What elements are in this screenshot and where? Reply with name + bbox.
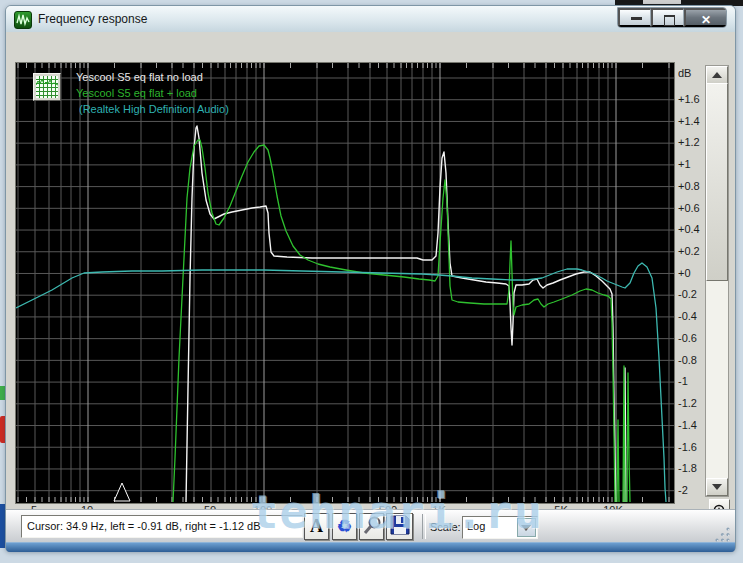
app-icon [14, 11, 32, 29]
legend-item: Yescool S5 eq flat + load [76, 85, 229, 101]
y-tick-label: -2 [678, 484, 688, 496]
up-arrow-icon [712, 72, 722, 78]
scale-combobox[interactable]: Log [462, 516, 538, 539]
combobox-drop-button[interactable] [517, 518, 536, 537]
cursor-readout: Cursor: 34.9 Hz, left = -0.91 dB, right … [21, 515, 303, 538]
scroll-down-button[interactable] [706, 478, 728, 496]
y-tick-label: -0.8 [678, 354, 697, 366]
font-button[interactable]: A [304, 513, 329, 540]
y-tick-label: +0.4 [678, 223, 700, 235]
resize-grip[interactable] [714, 525, 732, 543]
plot-legend: Yescool S5 eq flat no loadYescool S5 eq … [76, 69, 229, 117]
vertical-scroll-thumb[interactable] [706, 83, 728, 281]
magnifier-button[interactable] [359, 513, 384, 540]
y-tick-label: +0.8 [678, 180, 700, 192]
scroll-up-button[interactable] [706, 66, 728, 84]
magnifier-icon [361, 514, 383, 538]
y-tick-label: -1.8 [678, 462, 697, 474]
caption-buttons: ✕ [617, 7, 727, 28]
y-axis-labels: dB+1.6+1.4+1.2+1+0.8+0.6+0.4+0.2+0-0.2-0… [676, 62, 708, 524]
save-button[interactable] [386, 513, 413, 540]
spectrum-thumbnail-icon [36, 76, 58, 98]
refresh-button[interactable]: ♻ [332, 513, 357, 540]
maximize-icon [664, 15, 675, 26]
minimize-button[interactable] [618, 8, 651, 27]
dialog-panel: Yescool S5 eq flat no loadYescool S5 eq … [6, 32, 735, 509]
scale-value: Log [467, 520, 485, 532]
close-button[interactable]: ✕ [684, 8, 726, 27]
y-tick-label: -1 [678, 375, 688, 387]
window-bottom-frame [6, 542, 735, 552]
y-tick-label: -1.6 [678, 441, 697, 453]
frequency-response-window: Frequency response ✕ Yescool S5 eq flat … [5, 5, 736, 552]
minimize-icon [631, 17, 642, 20]
y-tick-label: -0.4 [678, 310, 697, 322]
legend-item: (Realtek High Definition Audio) [76, 101, 229, 117]
y-tick-label: -0.2 [678, 288, 697, 300]
y-tick-label: +0.6 [678, 202, 700, 214]
y-tick-label: +1.4 [678, 115, 700, 127]
legend-item: Yescool S5 eq flat no load [76, 69, 229, 85]
scale-label: Scale: [430, 521, 461, 533]
y-tick-label: +1 [678, 158, 691, 170]
series-curve [617, 420, 619, 502]
save-icon [389, 514, 411, 536]
y-tick-label: -1.2 [678, 397, 697, 409]
refresh-icon: ♻ [337, 517, 352, 536]
cursor-marker[interactable] [114, 483, 130, 501]
y-tick-label: -1.4 [678, 419, 697, 431]
vertical-scrollbar[interactable] [705, 65, 729, 497]
y-tick-label: +0 [678, 267, 691, 279]
window-title: Frequency response [38, 12, 147, 26]
y-tick-label: -0.6 [678, 332, 697, 344]
y-axis-unit: dB [678, 67, 691, 79]
series-curve [627, 373, 630, 502]
desktop: Frequency response ✕ Yescool S5 eq flat … [0, 0, 743, 563]
y-tick-label: +1.6 [678, 93, 700, 105]
y-tick-label: +0.2 [678, 245, 700, 257]
frequency-response-plot[interactable]: Yescool S5 eq flat no loadYescool S5 eq … [15, 62, 675, 504]
y-tick-label: +1.2 [678, 136, 700, 148]
titlebar[interactable]: Frequency response ✕ [6, 6, 735, 33]
toolbar-separator [422, 514, 426, 539]
toolbar: Cursor: 34.9 Hz, left = -0.91 dB, right … [6, 509, 735, 543]
down-arrow-icon [712, 484, 722, 490]
maximize-button[interactable] [651, 8, 684, 27]
spectrum-thumbnail-button[interactable] [33, 73, 61, 101]
chevron-down-icon [521, 525, 531, 531]
plot-canvas [16, 63, 674, 503]
